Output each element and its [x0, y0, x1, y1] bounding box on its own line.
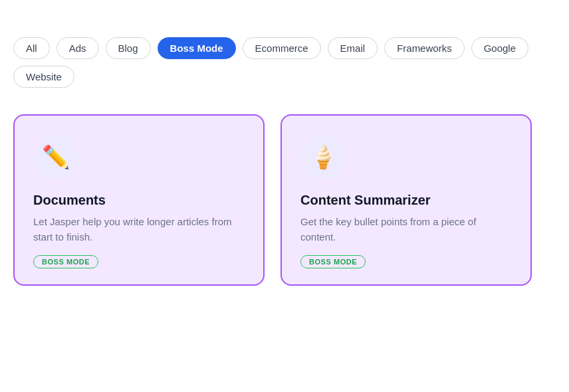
boss-mode-badge-content-summarizer: BOSS MODE: [300, 255, 366, 268]
filter-btn-ads[interactable]: Ads: [57, 37, 99, 59]
filter-btn-ecommerce[interactable]: Ecommerce: [243, 37, 321, 59]
card-title-content-summarizer: Content Summarizer: [300, 193, 512, 208]
filter-btn-google[interactable]: Google: [471, 37, 528, 59]
template-card-content-summarizer[interactable]: 🍦 Content Summarizer Get the key bullet …: [281, 114, 532, 286]
card-description-content-summarizer: Get the key bullet points from a piece o…: [300, 215, 512, 245]
filter-bar: AllAdsBlogBoss ModeEcommerceEmailFramewo…: [13, 37, 556, 88]
filter-btn-frameworks[interactable]: Frameworks: [384, 37, 465, 59]
filter-btn-blog[interactable]: Blog: [106, 37, 151, 59]
cards-grid: ✏️ Documents Let Jasper help you write l…: [13, 114, 532, 286]
filter-btn-website[interactable]: Website: [13, 66, 74, 88]
template-card-documents[interactable]: ✏️ Documents Let Jasper help you write l…: [13, 114, 265, 286]
filter-btn-boss-mode[interactable]: Boss Mode: [158, 37, 236, 59]
card-title-documents: Documents: [33, 193, 245, 208]
card-icon-documents: ✏️: [33, 134, 78, 179]
filter-btn-all[interactable]: All: [13, 37, 50, 59]
boss-mode-badge-documents: BOSS MODE: [33, 255, 98, 268]
filter-btn-email[interactable]: Email: [328, 37, 378, 59]
card-description-documents: Let Jasper help you write longer article…: [33, 215, 245, 245]
card-icon-content-summarizer: 🍦: [300, 134, 346, 179]
